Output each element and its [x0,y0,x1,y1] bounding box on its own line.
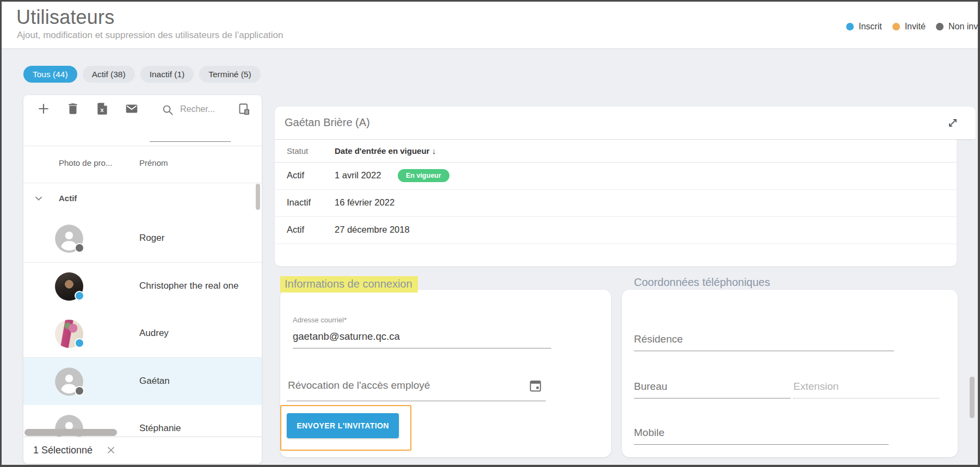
clear-selection-button[interactable] [105,444,117,456]
filter-termine[interactable]: Terminé (5) [199,66,260,83]
status-dot [75,386,84,396]
status-history-table: Statut Date d'entrée en vigueur ↓ Actif … [275,140,957,266]
bureau-field[interactable] [634,381,791,398]
email-button[interactable] [125,102,139,116]
legend-item-invite: Invité [892,22,926,32]
expand-icon[interactable] [946,116,959,129]
status-dot [75,243,84,253]
page-title: Utilisateurs [16,6,114,29]
search-input[interactable] [179,104,231,115]
filter-tous[interactable]: Tous (44) [23,66,77,83]
selected-count: 1 Sélectionné [33,445,93,456]
column-header-date[interactable]: Date d'entrée en vigueur ↓ [335,146,436,155]
app-window: Utilisateurs Ajout, modification et supp… [0,0,980,467]
detail-title: Gaétan Brière (A) [285,116,370,129]
status-filter-chips: Tous (44) Actif (38) Inactif (1) Terminé… [23,66,261,83]
calendar-icon[interactable] [528,378,543,393]
list-item-gaetan[interactable]: Gaétan [23,358,262,406]
send-invitation-button[interactable]: ENVOYER L'INVITATION [287,413,399,438]
legend-item-inscrit: Inscrit [846,22,882,32]
extension-field[interactable] [793,381,939,398]
search-underline [150,141,231,142]
top-bar: Utilisateurs Ajout, modification et supp… [2,2,978,49]
list-item-audrey[interactable]: Audrey [23,310,262,358]
add-user-button[interactable] [36,102,51,116]
phone-section-title: Coordonnées téléphoniques [634,276,770,289]
connection-section-title: Informations de connexion [280,276,418,292]
page-subtitle: Ajout, modification et suppression des u… [17,30,283,41]
status-row[interactable]: Actif 27 décembre 2018 [275,216,957,244]
user-list-panel: x Photo de pro... Prénom [23,95,262,464]
svg-text:x: x [100,107,103,113]
column-header-prenom[interactable]: Prénom [139,158,168,167]
horizontal-scrollbar[interactable] [24,429,117,436]
delete-button[interactable] [66,102,80,116]
page-vertical-scrollbar[interactable] [970,377,975,418]
list-item-christopher[interactable]: Christopher the real one [23,263,262,310]
list-item-roger[interactable]: Roger [23,215,262,263]
filter-inactif[interactable]: Inactif (1) [140,66,194,83]
status-row[interactable]: Actif 1 avril 2022 En vigueur [275,162,957,190]
non-invite-dot-icon [936,23,944,30]
status-legend: Inscrit Invité Non inv [846,22,980,32]
status-dot [75,291,84,301]
sort-desc-icon: ↓ [432,146,436,155]
selection-footer: 1 Sélectionné [23,437,262,464]
chevron-down-icon [33,192,45,204]
status-row[interactable]: Inactif 16 février 2022 [275,189,957,217]
revocation-field-wrap [287,377,546,401]
status-dot [75,338,84,348]
email-field[interactable] [293,331,551,348]
search-icon [162,104,174,116]
legend-item-non-invite: Non inv [936,22,978,32]
detail-panel-header: Gaétan Brière (A) [275,107,976,139]
filter-actif[interactable]: Actif (38) [83,66,135,83]
column-header-statut[interactable]: Statut [287,146,308,155]
group-row-actif[interactable]: Actif [23,183,262,215]
revocation-date-field[interactable] [287,379,517,392]
vertical-scrollbar[interactable] [256,184,260,210]
column-chooser-button[interactable] [238,103,251,116]
en-vigueur-badge: En vigueur [398,169,449,182]
invite-dot-icon [892,23,900,30]
mobile-field[interactable] [634,427,889,445]
inscrit-dot-icon [846,23,854,30]
email-label: Adresse courriel* [293,316,347,324]
column-header-photo[interactable]: Photo de pro... [59,158,112,167]
list-column-headers: Photo de pro... Prénom [23,146,262,183]
residence-field[interactable] [634,333,894,351]
status-table-header: Statut Date d'entrée en vigueur ↓ [275,140,957,163]
export-excel-button[interactable]: x [95,102,109,116]
